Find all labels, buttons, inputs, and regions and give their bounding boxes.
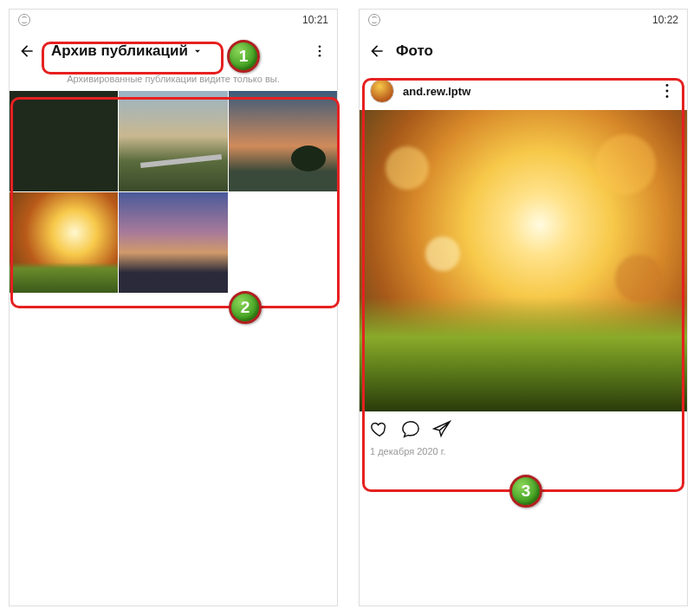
status-time: 10:22 bbox=[652, 14, 678, 26]
grid-cell[interactable] bbox=[119, 91, 227, 191]
heart-icon[interactable] bbox=[370, 419, 389, 438]
post-more-button[interactable] bbox=[658, 81, 677, 100]
back-button[interactable] bbox=[366, 41, 387, 62]
archive-dropdown[interactable]: Архив публикаций bbox=[46, 39, 209, 63]
svg-point-0 bbox=[319, 45, 321, 48]
post-date: 1 декабря 2020 г. bbox=[360, 446, 687, 465]
grid-cell[interactable] bbox=[119, 192, 227, 293]
grid-cell-empty bbox=[229, 192, 337, 293]
status-bar: 10:22 bbox=[360, 10, 687, 30]
more-vert-icon bbox=[658, 81, 677, 100]
svg-point-4 bbox=[666, 90, 669, 93]
archive-grid bbox=[10, 91, 337, 293]
svg-point-3 bbox=[666, 84, 669, 87]
avatar[interactable] bbox=[370, 79, 394, 103]
svg-point-5 bbox=[666, 95, 669, 98]
post-image[interactable] bbox=[360, 110, 687, 411]
grid-cell[interactable] bbox=[10, 192, 118, 293]
arrow-left-icon bbox=[18, 42, 36, 60]
post-actions bbox=[360, 411, 687, 446]
shazam-icon bbox=[368, 14, 380, 26]
title-bar: Фото bbox=[360, 30, 687, 72]
post: and.rew.lptw 1 декабря 2020 г. bbox=[360, 72, 687, 465]
more-vert-icon bbox=[312, 43, 327, 59]
grid-cell[interactable] bbox=[229, 91, 337, 191]
archive-subtitle: Архивированные публикации видите только … bbox=[10, 72, 337, 91]
more-button[interactable] bbox=[309, 41, 330, 62]
svg-point-1 bbox=[319, 50, 321, 53]
svg-point-2 bbox=[319, 55, 321, 57]
post-header: and.rew.lptw bbox=[360, 72, 687, 110]
title-bar: Архив публикаций bbox=[10, 30, 337, 72]
back-button[interactable] bbox=[16, 41, 37, 62]
phone-left: 10:21 Архив публикаций Архивированные пу… bbox=[9, 9, 338, 606]
comment-icon[interactable] bbox=[401, 419, 420, 438]
share-icon[interactable] bbox=[432, 419, 451, 438]
shazam-icon bbox=[18, 14, 30, 26]
status-bar: 10:21 bbox=[10, 10, 337, 30]
post-username[interactable]: and.rew.lptw bbox=[403, 85, 470, 98]
page-title: Фото bbox=[396, 42, 433, 60]
phone-right: 10:22 Фото and.rew.lptw 1 декабря 2020 г… bbox=[359, 9, 688, 606]
grid-cell[interactable] bbox=[10, 91, 118, 191]
page-title: Архив публикаций bbox=[51, 42, 188, 60]
arrow-left-icon bbox=[368, 42, 386, 60]
status-time: 10:21 bbox=[302, 14, 328, 26]
chevron-down-icon bbox=[191, 45, 204, 57]
